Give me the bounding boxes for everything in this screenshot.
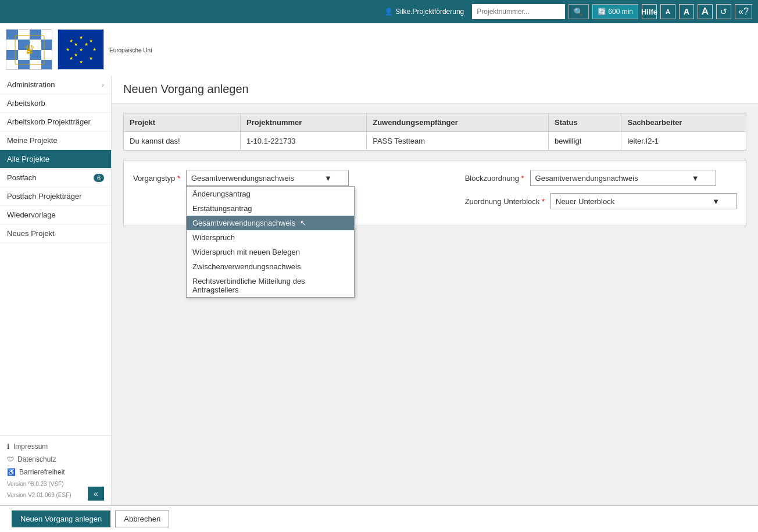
timer-label: 600 min	[608, 8, 633, 16]
svg-text:★: ★	[84, 42, 88, 47]
option-erstattungsantrag[interactable]: Erstattungsantrag	[187, 201, 354, 216]
sidebar: Administration › Arbeitskorb Arbeitskorb…	[0, 76, 112, 505]
hilfe-label: Hilfe	[641, 8, 657, 16]
eu-flag: ★ ★ ★ ★ ★ ★ ★ ★ ★ ★ ★ ★	[58, 29, 104, 70]
cell-projekt: Du kannst das!	[124, 132, 241, 151]
unterblock-select-wrapper: Neuer Unterblock ▼	[550, 193, 736, 209]
anlegen-button[interactable]: Neuen Vorgang anlegen	[12, 510, 110, 527]
logo-bar: ♛ ★ ★ ★ ★ ★ ★ ★ ★ ★ ★ ★ ★	[0, 23, 758, 76]
svg-text:★: ★	[69, 56, 73, 61]
sidebar-item-postfach-projekttraeger[interactable]: Postfach Projektträger	[0, 187, 111, 206]
user-icon: 👤	[384, 8, 393, 16]
bottom-bar: Neuen Vorgang anlegen Abbrechen	[0, 505, 758, 532]
footer-datenschutz-label: Datenschutz	[17, 455, 56, 463]
unterblock-row: Zuordnung Unterblock * Neuer Unterblock …	[465, 193, 736, 209]
footer-barrierefreiheit[interactable]: ♿ Barrierefreiheit	[7, 466, 104, 479]
search-input[interactable]	[472, 4, 565, 19]
blockzuordnung-arrow-icon: ▼	[692, 174, 699, 183]
nav-back-button[interactable]: «?	[735, 4, 752, 19]
sidebar-item-arbeitskorb-projekttraeger[interactable]: Arbeitskorb Projektträger	[0, 113, 111, 131]
blockzuordnung-select[interactable]: Gesamtverwendungsnachweis ▼	[530, 170, 716, 186]
postfach-badge: 6	[94, 174, 104, 182]
svg-text:♛: ♛	[24, 42, 35, 57]
sidebar-label-postfach-projekttraeger: Postfach Projektträger	[7, 192, 82, 201]
blockzuordnung-label-text: Blockzuordnung	[465, 174, 519, 183]
refresh-icon: ↺	[720, 7, 727, 16]
sidebar-item-postfach[interactable]: Postfach 6	[0, 169, 111, 187]
required-star-vorgangstyp: *	[177, 174, 180, 183]
footer-datenschutz[interactable]: 🛡 Datenschutz	[7, 453, 104, 466]
svg-rect-2	[18, 30, 30, 40]
option-aenderungsantrag[interactable]: Änderungsantrag	[187, 187, 354, 201]
cell-status: bewilligt	[549, 132, 621, 151]
option-zwischenverwendungsnachweis[interactable]: Zwischenverwendungsnachweis	[187, 259, 354, 274]
nav-back-icon: «?	[738, 6, 749, 17]
footer-impressum-label: Impressum	[13, 442, 48, 451]
sidebar-item-administration[interactable]: Administration ›	[0, 76, 111, 94]
form-group-vorgangstyp: Vorgangstyp * Gesamtverwendungsnachweis …	[133, 170, 349, 186]
sidebar-item-meine-projekte[interactable]: Meine Projekte	[0, 131, 111, 150]
table-row: Du kannst das! 1-10.1-221733 PASS Testte…	[124, 132, 746, 151]
svg-rect-4	[41, 30, 52, 40]
sidebar-nav: Administration › Arbeitskorb Arbeitskorb…	[0, 76, 111, 435]
svg-rect-5	[6, 40, 18, 50]
sidebar-item-arbeitskorb[interactable]: Arbeitskorb	[0, 94, 111, 113]
font-large-button[interactable]: A	[698, 4, 713, 19]
hilfe-button[interactable]: Hilfe	[642, 4, 657, 19]
sidebar-label-alle-projekte: Alle Projekte	[7, 155, 49, 163]
timer-button[interactable]: 🔄 600 min	[592, 4, 638, 19]
sidebar-collapse-button[interactable]: «	[88, 487, 104, 501]
svg-rect-9	[6, 50, 18, 60]
main-layout: Administration › Arbeitskorb Arbeitskorb…	[0, 76, 758, 505]
bavaria-flag: ♛	[6, 29, 52, 70]
unterblock-arrow-icon: ▼	[712, 197, 720, 206]
col-header-status: Status	[549, 113, 621, 132]
footer-impressum[interactable]: ℹ Impressum	[7, 440, 104, 453]
refresh-button[interactable]: ↺	[716, 4, 731, 19]
abbrechen-button[interactable]: Abbrechen	[115, 510, 169, 527]
sidebar-item-neues-projekt[interactable]: Neues Projekt	[0, 224, 111, 243]
unterblock-value: Neuer Unterblock	[556, 197, 614, 206]
collapse-icon: «	[94, 489, 98, 498]
sidebar-item-alle-projekte[interactable]: Alle Projekte	[0, 150, 111, 169]
option-widerspruch[interactable]: Widerspruch	[187, 230, 354, 245]
page-header: Neuen Vorgang anlegen	[112, 76, 758, 103]
svg-text:★: ★	[79, 59, 83, 65]
eu-label: Europäische Uni	[109, 47, 152, 53]
sidebar-label-postfach: Postfach	[7, 173, 37, 182]
svg-text:★: ★	[89, 56, 93, 61]
blockzuordnung-value: Gesamtverwendungsnachweis	[535, 174, 638, 183]
required-star-unterblock: *	[542, 197, 545, 206]
vorgangstyp-select[interactable]: Gesamtverwendungsnachweis ▼	[186, 170, 349, 186]
svg-rect-1	[6, 30, 18, 40]
required-star-block: *	[521, 174, 524, 183]
username: Silke.Projektförderung	[395, 8, 464, 16]
sidebar-label-wiedervorlage: Wiedervorlage	[7, 210, 56, 219]
col-header-zuwendungsempfaenger: Zuwendungsempfänger	[367, 113, 549, 132]
font-medium-button[interactable]: A	[679, 4, 694, 19]
option-rechtsverbindliche-mitteilung[interactable]: Rechtsverbindliche Mitteilung des Antrag…	[187, 274, 354, 297]
font-small-label: A	[666, 8, 670, 15]
col-header-projektnummer: Projektnummer	[241, 113, 367, 132]
sidebar-footer: ℹ Impressum 🛡 Datenschutz ♿ Barrierefrei…	[0, 435, 111, 505]
search-icon: 🔍	[574, 8, 584, 16]
option-gesamtverwendungsnachweis[interactable]: Gesamtverwendungsnachweis ↖	[187, 216, 354, 230]
form-row-vorgangstyp: Vorgangstyp * Gesamtverwendungsnachweis …	[133, 170, 736, 209]
option-widerspruch-mit-belegen[interactable]: Widerspruch mit neuen Belegen	[187, 245, 354, 259]
sidebar-label-arbeitskorb-projekttraeger: Arbeitskorb Projektträger	[7, 117, 91, 126]
info-icon: ℹ	[7, 442, 10, 451]
cell-zuwendungsempfaenger: PASS Testteam	[367, 132, 549, 151]
form-right: Blockzuordnung * Gesamtverwendungsnachwe…	[465, 170, 736, 209]
sidebar-label-arbeitskorb: Arbeitskorb	[7, 99, 45, 108]
project-table: Projekt Projektnummer Zuwendungsempfänge…	[123, 113, 746, 151]
unterblock-select[interactable]: Neuer Unterblock ▼	[550, 193, 736, 209]
font-medium-label: A	[684, 7, 689, 16]
vorgangstyp-label: Vorgangstyp *	[133, 174, 180, 183]
vorgangstyp-select-wrapper: Gesamtverwendungsnachweis ▼ Änderungsant…	[186, 170, 349, 186]
sidebar-item-wiedervorlage[interactable]: Wiedervorlage	[0, 206, 111, 224]
cursor-pointer-icon: ↖	[300, 219, 306, 227]
font-small-button[interactable]: A	[660, 4, 675, 19]
logo-container: ♛ ★ ★ ★ ★ ★ ★ ★ ★ ★ ★ ★ ★	[6, 29, 152, 70]
version2: Version V2.01.069 (ESF)	[7, 490, 71, 501]
search-button[interactable]: 🔍	[568, 4, 589, 19]
